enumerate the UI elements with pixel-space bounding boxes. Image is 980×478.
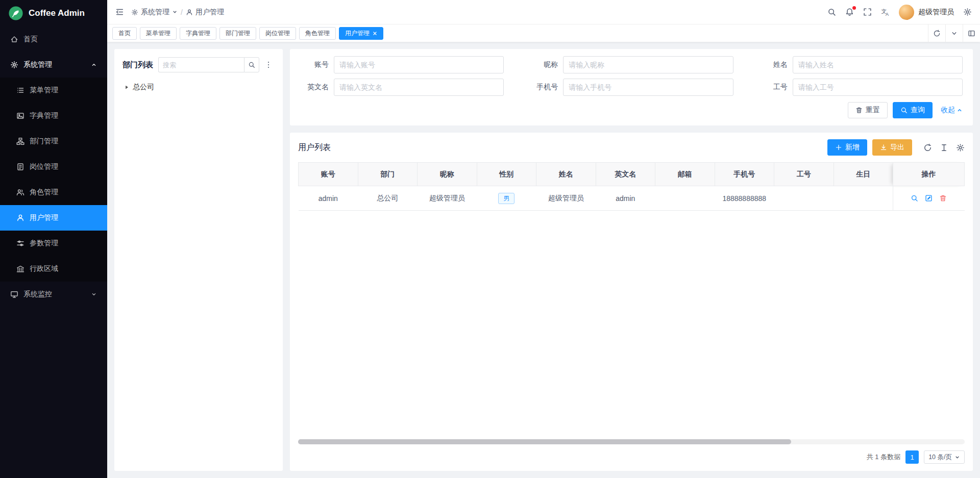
- collapse-sidebar-icon[interactable]: [115, 8, 124, 16]
- col-header-work-id: 工号: [774, 163, 834, 186]
- tab-label: 用户管理: [345, 29, 370, 38]
- page-size-select[interactable]: 10 条/页: [924, 450, 965, 464]
- caret-right-icon[interactable]: [124, 84, 130, 90]
- tab-menu-mgmt[interactable]: 菜单管理: [140, 27, 177, 40]
- add-user-button[interactable]: 新增: [827, 139, 867, 156]
- tab-label: 菜单管理: [146, 29, 170, 38]
- tabbar-controls: [928, 24, 980, 42]
- row-height-icon[interactable]: [940, 143, 948, 152]
- sidebar-item-region-mgmt[interactable]: 行政区域: [0, 256, 107, 282]
- refresh-table-icon[interactable]: [923, 143, 932, 152]
- tabbar: 首页 菜单管理 字典管理 部门管理 岗位管理 角色管理 用户管理: [107, 24, 980, 42]
- edit-row-icon[interactable]: [925, 194, 933, 202]
- sidebar: Coffee Admin 首页 系统管理 菜单管理 字典管理 部门管理: [0, 0, 107, 478]
- work-id-input[interactable]: [793, 79, 963, 96]
- app-logo[interactable]: Coffee Admin: [0, 0, 107, 27]
- layout-icon[interactable]: [963, 24, 980, 42]
- table-row[interactable]: admin 总公司 超级管理员 男 超级管理员 admin 1888888888…: [299, 186, 965, 211]
- view-row-icon[interactable]: [911, 194, 918, 202]
- cell-email: [655, 186, 715, 211]
- account-input[interactable]: [334, 56, 504, 73]
- chevron-up-icon: [91, 62, 97, 68]
- sidebar-item-home[interactable]: 首页: [0, 27, 107, 52]
- sidebar-item-role-mgmt[interactable]: 角色管理: [0, 180, 107, 205]
- phone-input[interactable]: [563, 79, 733, 96]
- translate-icon[interactable]: [881, 8, 890, 16]
- page-number-button[interactable]: 1: [905, 450, 919, 464]
- cell-actions: [893, 186, 965, 211]
- department-search-input[interactable]: [158, 57, 244, 72]
- sidebar-item-param-mgmt[interactable]: 参数管理: [0, 231, 107, 256]
- cell-english-name: admin: [596, 186, 655, 211]
- search-form-actions: 重置 查询 收起: [297, 102, 963, 118]
- tab-role-mgmt[interactable]: 角色管理: [299, 27, 336, 40]
- form-item-nickname: 昵称: [526, 56, 733, 73]
- close-icon[interactable]: [373, 31, 377, 36]
- notifications-icon[interactable]: [845, 8, 854, 16]
- col-header-english-name: 英文名: [596, 163, 655, 186]
- search-icon[interactable]: [827, 8, 836, 16]
- tree-node-root[interactable]: 总公司: [122, 81, 275, 94]
- badge-icon: [16, 163, 24, 171]
- reset-button[interactable]: 重置: [848, 102, 888, 118]
- english-name-input[interactable]: [334, 79, 504, 96]
- tab-user-mgmt[interactable]: 用户管理: [339, 27, 383, 40]
- field-label: 英文名: [297, 83, 329, 92]
- plus-icon: [835, 144, 842, 151]
- field-label: 昵称: [526, 60, 558, 69]
- department-panel: 部门列表 总公司: [114, 49, 283, 471]
- department-search-button[interactable]: [244, 57, 259, 72]
- tab-post-mgmt[interactable]: 岗位管理: [259, 27, 296, 40]
- breadcrumb-user-mgmt[interactable]: 用户管理: [186, 8, 224, 17]
- collapse-form-link[interactable]: 收起: [941, 106, 963, 115]
- sidebar-item-dict-mgmt[interactable]: 字典管理: [0, 103, 107, 129]
- sidebar-item-menu-mgmt[interactable]: 菜单管理: [0, 78, 107, 103]
- query-button[interactable]: 查询: [893, 102, 933, 118]
- app-title: Coffee Admin: [29, 8, 85, 18]
- sidebar-item-monitor[interactable]: 系统监控: [0, 282, 107, 307]
- delete-row-icon[interactable]: [939, 194, 947, 202]
- nickname-input[interactable]: [563, 56, 733, 73]
- sidebar-item-label: 参数管理: [30, 239, 58, 248]
- cell-gender: 男: [477, 186, 536, 211]
- trash-icon: [855, 107, 863, 114]
- department-panel-header: 部门列表: [122, 57, 275, 72]
- sidebar-item-post-mgmt[interactable]: 岗位管理: [0, 154, 107, 180]
- cell-work-id: [774, 186, 834, 211]
- sidebar-item-system[interactable]: 系统管理: [0, 52, 107, 78]
- col-header-birthday: 生日: [834, 163, 893, 186]
- col-header-name: 姓名: [536, 163, 596, 186]
- table-settings-gear-icon[interactable]: [956, 143, 965, 152]
- sidebar-item-label: 系统管理: [23, 60, 52, 69]
- form-item-work-id: 工号: [756, 79, 963, 96]
- sidebar-nav: 首页 系统管理 菜单管理 字典管理 部门管理 岗位管理: [0, 27, 107, 307]
- tab-dict-mgmt[interactable]: 字典管理: [180, 27, 216, 40]
- breadcrumb-system[interactable]: 系统管理: [131, 8, 178, 17]
- table-empty-space: [290, 211, 973, 439]
- user-menu[interactable]: 超级管理员: [899, 5, 954, 20]
- sidebar-item-dept-mgmt[interactable]: 部门管理: [0, 129, 107, 154]
- refresh-tab-icon[interactable]: [928, 24, 945, 42]
- fullscreen-icon[interactable]: [863, 8, 872, 16]
- scrollbar-thumb[interactable]: [298, 439, 791, 444]
- department-more-button[interactable]: [262, 57, 275, 72]
- export-button[interactable]: 导出: [872, 139, 912, 156]
- sidebar-item-user-mgmt[interactable]: 用户管理: [0, 205, 107, 231]
- tab-label: 角色管理: [305, 29, 330, 38]
- name-input[interactable]: [793, 56, 963, 73]
- field-label: 手机号: [526, 83, 558, 92]
- table-header-row: 账号 部门 昵称 性别 姓名 英文名 邮箱 手机号 工号 生日 操作: [299, 163, 965, 186]
- tab-label: 岗位管理: [265, 29, 290, 38]
- tree-node-label: 总公司: [133, 83, 154, 92]
- total-count-text: 共 1 条数据: [867, 452, 900, 462]
- chevron-down-icon: [954, 455, 960, 460]
- tab-options-chevron-icon[interactable]: [945, 24, 963, 42]
- username: 超级管理员: [918, 8, 954, 17]
- sidebar-item-label: 部门管理: [30, 137, 58, 146]
- settings-gear-icon[interactable]: [963, 8, 972, 16]
- tab-dept-mgmt[interactable]: 部门管理: [219, 27, 256, 40]
- department-panel-title: 部门列表: [122, 60, 153, 70]
- content: 部门列表 总公司: [107, 42, 980, 478]
- tab-home[interactable]: 首页: [112, 27, 137, 40]
- chevron-down-icon: [172, 9, 178, 15]
